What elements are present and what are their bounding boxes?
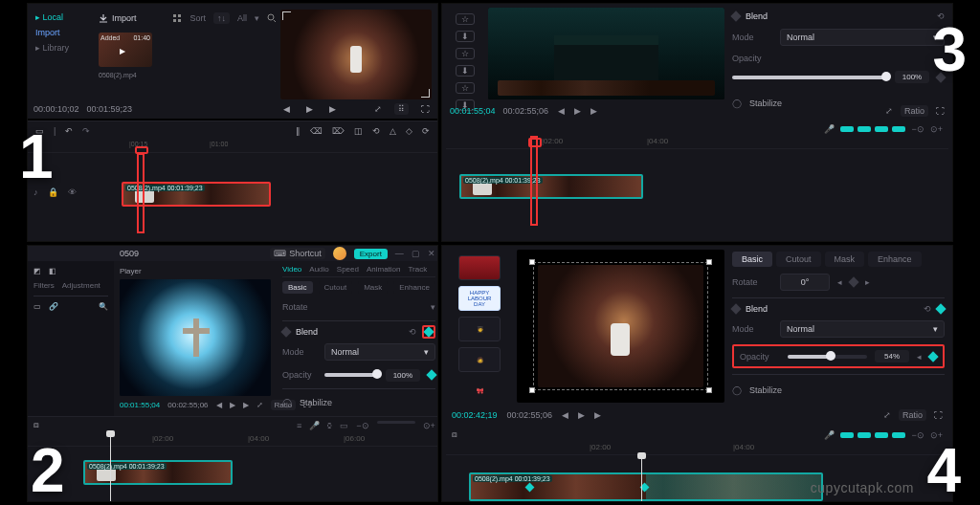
selection-handle[interactable] <box>706 259 712 265</box>
blend-mode-select[interactable]: Normal ▾ <box>780 29 945 46</box>
timeline-tracks[interactable]: 0508(2).mp4 00:01:39;23 <box>446 149 948 226</box>
next-frame-icon[interactable]: ▶ <box>590 106 597 116</box>
crop-icon[interactable]: ◫ <box>354 126 363 136</box>
crop-tool-icon[interactable]: ⧈ <box>33 420 39 430</box>
search-icon[interactable] <box>267 13 277 23</box>
blend-mode-select[interactable]: Normal▾ <box>324 343 435 361</box>
tab-speed[interactable]: Speed <box>337 265 359 274</box>
sticker-user2[interactable]: 🧔 <box>458 347 501 372</box>
preview-viewport[interactable] <box>517 250 724 403</box>
filters-label[interactable]: Filters <box>33 281 55 290</box>
subtab-cutout[interactable]: Cutout <box>319 281 353 294</box>
play-icon[interactable]: ▶ <box>578 410 585 420</box>
zoom-in-icon[interactable]: ⊙+ <box>423 421 435 430</box>
subtab-cutout[interactable]: Cutout <box>776 252 821 267</box>
hide-track-icon[interactable]: 👁 <box>68 187 77 197</box>
scale-icon[interactable]: ⤢ <box>256 401 263 409</box>
sticker-bow[interactable]: 🎀 <box>458 378 501 403</box>
delete-left-icon[interactable]: ⌫ <box>310 126 323 136</box>
adjustment-icon[interactable]: ◧ <box>49 267 56 275</box>
playhead[interactable] <box>137 153 145 233</box>
freeze-icon[interactable]: ⟳ <box>422 126 430 136</box>
keyframe-icon[interactable] <box>426 369 436 380</box>
reset-icon[interactable]: ⟲ <box>409 327 416 337</box>
library-local[interactable]: Local <box>33 10 95 25</box>
tab-animation[interactable]: Animation <box>367 265 401 274</box>
subtab-basic[interactable]: Basic <box>282 281 313 294</box>
fav-icon[interactable]: ☆ <box>456 48 475 59</box>
zoom-slider[interactable] <box>377 421 415 424</box>
next-frame-icon[interactable]: ▶ <box>594 410 601 420</box>
fav-icon[interactable]: ☆ <box>456 82 475 94</box>
sort-direction-icon[interactable]: ↑↓ <box>213 12 230 24</box>
timeline-tracks[interactable]: ♪ 🔒 👁 0508(2).mp4 00:01:39;23 <box>28 153 437 233</box>
opacity-value[interactable]: 100% <box>895 71 929 83</box>
step-left-icon[interactable]: ◂ <box>917 352 922 362</box>
library-category[interactable]: ▸ Library <box>33 40 95 55</box>
keyframe-icon[interactable] <box>848 276 858 287</box>
subtab-mask[interactable]: Mask <box>358 281 388 294</box>
video-clip[interactable]: 0508(2).mp4 00:01:39;23 <box>83 460 233 485</box>
avatar-icon[interactable] <box>333 247 346 260</box>
mute-track-icon[interactable]: ♪ <box>33 187 38 197</box>
split-icon[interactable]: ‖ <box>296 126 301 136</box>
align-icon[interactable]: ≡ <box>297 421 301 430</box>
keyframe-icon[interactable] <box>935 72 946 82</box>
mic-icon[interactable]: 🎤 <box>824 124 835 134</box>
selection-handle[interactable] <box>529 259 535 265</box>
next-frame-icon[interactable]: ▶ <box>325 102 339 116</box>
adjustment-label[interactable]: Adjustment <box>62 281 100 290</box>
play-icon[interactable]: ▶ <box>230 401 235 409</box>
scale-icon[interactable]: ⤢ <box>371 102 385 116</box>
selection-handle[interactable] <box>529 387 535 393</box>
zoom-segments[interactable] <box>840 126 905 132</box>
checkbox-icon[interactable]: ◯ <box>282 398 292 407</box>
opacity-slider[interactable] <box>732 76 887 79</box>
zoom-out-icon[interactable]: −⊙ <box>356 421 368 430</box>
zoom-segments[interactable] <box>840 432 905 438</box>
ratio-badge[interactable]: ⠿ <box>394 103 409 115</box>
sticker-labour-day[interactable]: HAPPY LABOUR DAY <box>458 286 501 311</box>
opacity-value[interactable]: 100% <box>386 369 420 382</box>
shortcut-button[interactable]: ⌨Shortcut <box>270 248 325 259</box>
prev-frame-icon[interactable]: ◀ <box>216 401 222 409</box>
zoom-out-icon[interactable]: −⊙ <box>911 124 924 134</box>
fav-icon[interactable]: ☆ <box>456 13 475 25</box>
timeline[interactable]: |02:00 |04:00 |06:00 0508(2).mp4 00:01:3… <box>28 433 438 502</box>
library-import[interactable]: Import <box>33 25 95 40</box>
flip-icon[interactable]: △ <box>390 126 396 136</box>
tab-video[interactable]: Video <box>282 265 301 274</box>
timeline-ruler[interactable]: |00:15 |01:00 <box>28 140 437 153</box>
download-icon[interactable]: ⬇ <box>456 65 475 77</box>
crop-tool-icon[interactable]: ⧈ <box>452 429 457 440</box>
undo-icon[interactable]: ↶ <box>65 126 73 136</box>
keyframe-icon[interactable] <box>935 303 946 314</box>
add-keyframe-button[interactable] <box>422 325 435 339</box>
timeline-ruler[interactable]: |02:00 |04:00 |06:00 <box>28 433 438 447</box>
selection-handle[interactable] <box>706 387 712 393</box>
timeline-ruler[interactable]: |02:00 |04:00 <box>446 136 948 149</box>
opacity-slider[interactable] <box>788 355 867 359</box>
close-icon[interactable]: ✕ <box>428 249 435 258</box>
lock-track-icon[interactable]: 🔒 <box>48 187 58 197</box>
redo-icon[interactable]: ↷ <box>82 126 90 136</box>
step-left-icon[interactable]: ◂ <box>837 277 842 287</box>
prev-frame-icon[interactable]: ◀ <box>562 410 568 420</box>
fullscreen-icon[interactable]: ⛶ <box>936 106 945 116</box>
search-icon[interactable]: 🔍 <box>99 302 108 311</box>
tab-audio[interactable]: Audio <box>309 265 328 274</box>
play-icon[interactable]: ▶ <box>302 102 316 116</box>
filter-all[interactable]: All <box>237 13 247 23</box>
preview-viewport[interactable] <box>120 279 271 396</box>
ratio-button[interactable]: Ratio <box>899 409 926 421</box>
checkbox-icon[interactable]: ◯ <box>732 385 742 395</box>
mic-icon[interactable]: 🎤 <box>824 430 835 440</box>
playhead[interactable] <box>530 136 538 226</box>
ratio-button[interactable]: Ratio <box>901 105 928 117</box>
filters-icon[interactable]: ◩ <box>33 267 41 275</box>
selection-rect[interactable] <box>533 262 707 390</box>
playhead[interactable] <box>110 433 111 502</box>
next-frame-icon[interactable]: ▶ <box>243 401 249 409</box>
zoom-in-icon[interactable]: ⊙+ <box>930 430 943 440</box>
tab-track[interactable]: Track <box>409 265 428 274</box>
